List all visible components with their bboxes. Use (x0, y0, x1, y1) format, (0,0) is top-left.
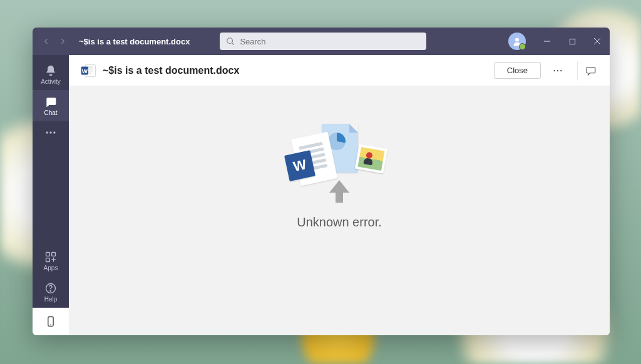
sidebar-item-label: Apps (44, 265, 58, 271)
svg-rect-7 (52, 252, 56, 256)
document-header: W ~$is is a test document.docx Close (69, 55, 610, 86)
chat-panel-icon (585, 65, 597, 76)
document-viewer: W ~$is is a test document.docx Close W (69, 55, 610, 335)
help-icon (44, 282, 57, 295)
svg-rect-6 (46, 252, 50, 256)
mobile-icon (44, 315, 57, 328)
document-more-button[interactable] (547, 61, 568, 81)
window-close-button[interactable] (585, 28, 610, 55)
profile-avatar[interactable] (508, 33, 526, 50)
sidebar-item-chat[interactable]: Chat (33, 90, 69, 121)
svg-text:W: W (82, 68, 88, 74)
sidebar-item-activity[interactable]: Activity (33, 59, 69, 90)
svg-point-0 (227, 38, 233, 44)
word-icon: W (80, 63, 96, 79)
search-icon (226, 37, 235, 46)
window-title: ~$is is a test document.docx (79, 37, 190, 46)
error-area: W Unknown error. (69, 86, 610, 335)
window-maximize-button[interactable] (560, 28, 585, 55)
error-illustration: W (289, 124, 389, 205)
error-message: Unknown error. (297, 215, 382, 230)
chat-icon (44, 96, 57, 108)
svg-point-21 (560, 69, 562, 71)
conversation-panel-button[interactable] (577, 61, 598, 81)
search-box[interactable] (220, 33, 426, 50)
apps-icon (44, 251, 57, 263)
sidebar-item-label: Help (44, 296, 58, 303)
more-icon (552, 65, 563, 76)
svg-point-19 (554, 69, 555, 71)
search-input[interactable] (240, 37, 420, 46)
svg-point-5 (53, 131, 55, 133)
sidebar-item-label: Activity (41, 78, 61, 85)
more-icon (44, 126, 57, 139)
document-title: ~$is is a test document.docx (103, 65, 239, 76)
svg-point-4 (49, 131, 51, 133)
teams-window: ~$is is a test document.docx Activity (33, 28, 610, 335)
svg-rect-2 (570, 39, 575, 44)
bell-icon (44, 64, 57, 77)
nav-forward-button[interactable] (55, 34, 70, 49)
sidebar-item-apps[interactable]: Apps (33, 245, 69, 276)
window-minimize-button[interactable] (535, 28, 560, 55)
nav-back-button[interactable] (39, 34, 54, 49)
sidebar-item-mobile[interactable] (33, 308, 69, 335)
app-sidebar: Activity Chat Apps Help (33, 55, 69, 335)
svg-point-1 (515, 38, 519, 42)
svg-rect-8 (46, 258, 50, 261)
sidebar-item-more[interactable] (33, 121, 69, 144)
svg-point-3 (46, 131, 48, 133)
sidebar-item-help[interactable]: Help (33, 276, 69, 308)
svg-point-20 (557, 69, 558, 71)
sidebar-item-label: Chat (44, 109, 57, 116)
titlebar: ~$is is a test document.docx (33, 28, 610, 55)
document-close-button[interactable]: Close (494, 62, 541, 79)
svg-point-10 (50, 290, 51, 291)
